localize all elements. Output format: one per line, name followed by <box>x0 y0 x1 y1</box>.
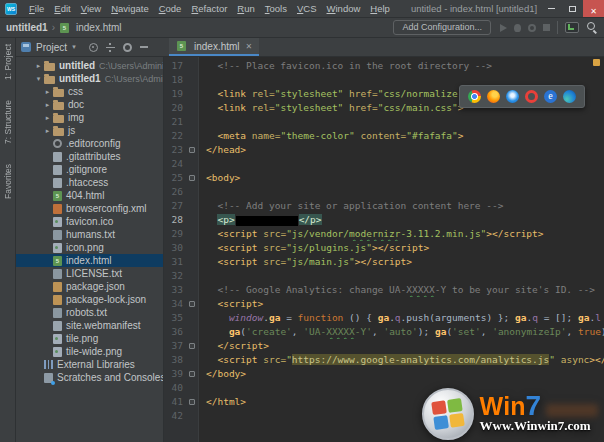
debug-icon[interactable] <box>514 24 521 32</box>
tree-row[interactable]: ▸css <box>16 85 163 98</box>
hide-panel-icon[interactable] <box>140 46 148 48</box>
tree-row[interactable]: Scratches and Consoles <box>16 371 163 384</box>
menu-edit[interactable]: Edit <box>49 3 75 14</box>
fold-marker[interactable] <box>189 175 195 181</box>
tree-row[interactable]: ▸img <box>16 111 163 124</box>
code-line[interactable]: 23</head> <box>164 143 604 157</box>
code-line[interactable]: 32 <box>164 269 604 283</box>
firefox-icon[interactable] <box>487 90 500 103</box>
menu-window[interactable]: Window <box>322 3 366 14</box>
breadcrumb-project[interactable]: untitled1 <box>6 22 48 33</box>
code-line[interactable]: 26 <box>164 185 604 199</box>
stripe-tab-favorites[interactable]: Favorites <box>3 164 13 199</box>
tree-row[interactable]: tile-wide.png <box>16 345 163 358</box>
code-line[interactable]: 22 <meta name="theme-color" content="#fa… <box>164 129 604 143</box>
tree-row[interactable]: index.html <box>16 254 163 267</box>
tree-row[interactable]: ▸untitledC:\Users\Administrato <box>16 59 163 72</box>
collapse-all-icon[interactable] <box>106 43 115 52</box>
fold-marker[interactable] <box>189 371 195 377</box>
tree-row[interactable]: robots.txt <box>16 306 163 319</box>
run-icon[interactable] <box>500 24 507 32</box>
tree-row[interactable]: icon.png <box>16 241 163 254</box>
chevron-right-icon[interactable]: ▸ <box>43 88 52 96</box>
menu-navigate[interactable]: Navigate <box>106 3 154 14</box>
code-line[interactable]: 36 ga('create', 'UA-XXXXX-Y', 'auto'); g… <box>164 325 604 339</box>
project-panel-header: Project ▾ <box>16 38 164 56</box>
tab-close-icon[interactable]: ✕ <box>246 42 253 51</box>
close-button[interactable] <box>583 0 604 17</box>
chevron-down-icon[interactable]: ▾ <box>34 75 43 83</box>
tree-row[interactable]: package-lock.json <box>16 293 163 306</box>
maximize-button[interactable] <box>562 0 583 17</box>
line-number: 33 <box>164 283 186 297</box>
tree-row[interactable]: ▸doc <box>16 98 163 111</box>
tree-row[interactable]: 404.html <box>16 189 163 202</box>
fold-marker[interactable] <box>189 343 195 349</box>
code-line[interactable]: 33 <!-- Google Analytics: change UA-XXXX… <box>164 283 604 297</box>
code-token <box>206 298 217 309</box>
terminal-icon[interactable] <box>565 22 579 33</box>
tree-row[interactable]: .gitattributes <box>16 150 163 163</box>
tree-row[interactable]: humans.txt <box>16 228 163 241</box>
breadcrumb-file[interactable]: index.html <box>76 22 122 33</box>
tree-row[interactable]: package.json <box>16 280 163 293</box>
code-line[interactable]: 30 <script src="js/plugins.js"></script> <box>164 241 604 255</box>
menu-file[interactable]: File <box>24 3 49 14</box>
code-editor[interactable]: 17 <!-- Place favicon.ico in the root di… <box>164 57 604 442</box>
tree-row[interactable]: tile.png <box>16 332 163 345</box>
stripe-tab-structure[interactable]: 7: Structure <box>3 100 13 144</box>
code-line[interactable]: 31 <script src="js/main.js"></script> <box>164 255 604 269</box>
edge-icon[interactable] <box>563 90 576 103</box>
gear-icon[interactable] <box>123 43 132 52</box>
fold-marker[interactable] <box>189 147 195 153</box>
stripe-tab-project[interactable]: 1: Project <box>3 44 13 80</box>
code-line[interactable]: 27 <!-- Add your site or application con… <box>164 199 604 213</box>
menu-view[interactable]: View <box>76 3 106 14</box>
menu-code[interactable]: Code <box>154 3 187 14</box>
tree-row[interactable]: .editorconfig <box>16 137 163 150</box>
minimize-button[interactable] <box>541 0 562 17</box>
tree-row[interactable]: ▾untitled1C:\Users\Administrat <box>16 72 163 85</box>
menu-refactor[interactable]: Refactor <box>186 3 232 14</box>
project-dropdown[interactable]: Project <box>36 42 67 53</box>
tree-row[interactable]: LICENSE.txt <box>16 267 163 280</box>
code-line[interactable]: 21 <box>164 115 604 129</box>
menu-run[interactable]: Run <box>232 3 259 14</box>
code-line[interactable]: 29 <script src="js/vendor/modernizr-3.11… <box>164 227 604 241</box>
tree-row[interactable]: .gitignore <box>16 163 163 176</box>
chrome-icon[interactable] <box>468 90 481 103</box>
code-line[interactable]: 17 <!-- Place favicon.ico in the root di… <box>164 59 604 73</box>
safari-icon[interactable] <box>506 90 519 103</box>
opera-icon[interactable] <box>525 90 538 103</box>
coverage-icon[interactable] <box>528 24 536 32</box>
tree-row[interactable]: favicon.ico <box>16 215 163 228</box>
tree-row[interactable]: site.webmanifest <box>16 319 163 332</box>
code-line[interactable]: 35 window.ga = function () { ga.q.push(a… <box>164 311 604 325</box>
chevron-right-icon[interactable]: ▸ <box>34 62 43 70</box>
chevron-right-icon[interactable]: ▸ <box>43 114 52 122</box>
fold-marker[interactable] <box>189 301 195 307</box>
tree-row[interactable]: .htaccess <box>16 176 163 189</box>
ie-icon[interactable] <box>544 90 557 103</box>
code-line[interactable]: 24 <box>164 157 604 171</box>
stop-icon[interactable] <box>543 24 550 31</box>
code-line[interactable]: 25<body> <box>164 171 604 185</box>
tree-row[interactable]: External Libraries <box>16 358 163 371</box>
code-line[interactable]: 28 <p></p> <box>164 213 604 227</box>
code-line[interactable]: 38 <script src="https://www.google-analy… <box>164 353 604 367</box>
menu-vcs[interactable]: VCS <box>292 3 322 14</box>
tree-row[interactable]: ▸js <box>16 124 163 137</box>
add-configuration-button[interactable]: Add Configuration... <box>393 20 491 35</box>
tab-index-html[interactable]: index.html ✕ <box>169 38 259 56</box>
locate-file-icon[interactable] <box>89 43 98 52</box>
menu-help[interactable]: Help <box>365 3 395 14</box>
chevron-right-icon[interactable]: ▸ <box>43 127 52 135</box>
chevron-right-icon[interactable]: ▸ <box>43 101 52 109</box>
fold-marker[interactable] <box>189 399 195 405</box>
menu-tools[interactable]: Tools <box>260 3 292 14</box>
code-line[interactable]: 37 </script> <box>164 339 604 353</box>
search-icon[interactable] <box>587 22 598 33</box>
code-line[interactable]: 39</body> <box>164 367 604 381</box>
code-line[interactable]: 34 <script> <box>164 297 604 311</box>
tree-row[interactable]: browserconfig.xml <box>16 202 163 215</box>
